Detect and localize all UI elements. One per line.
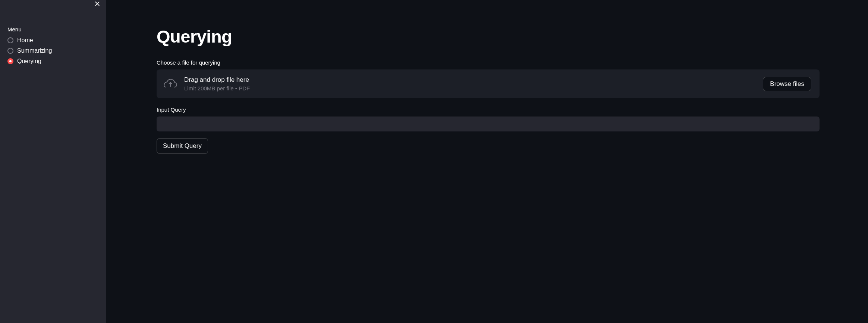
radio-icon — [7, 37, 13, 43]
sidebar-item-label: Querying — [17, 58, 41, 65]
page-title: Querying — [157, 26, 820, 47]
sidebar-item-summarizing[interactable]: Summarizing — [7, 47, 98, 55]
query-input[interactable] — [157, 117, 820, 131]
cloud-upload-icon — [163, 77, 177, 91]
radio-icon — [7, 48, 13, 54]
sidebar: Menu Home Summarizing Querying — [0, 0, 106, 323]
menu-heading: Menu — [7, 26, 98, 32]
sidebar-item-querying[interactable]: Querying — [7, 57, 98, 65]
browse-files-button[interactable]: Browse files — [763, 77, 811, 91]
submit-query-button[interactable]: Submit Query — [157, 138, 208, 154]
uploader-title: Drag and drop file here — [184, 76, 756, 84]
query-input-label: Input Query — [157, 106, 820, 113]
file-uploader-dropzone[interactable]: Drag and drop file here Limit 200MB per … — [157, 69, 820, 98]
close-icon — [94, 3, 101, 8]
menu-radio-group: Home Summarizing Querying — [7, 36, 98, 65]
uploader-subtext: Limit 200MB per file • PDF — [184, 85, 756, 91]
sidebar-item-label: Summarizing — [17, 47, 52, 54]
radio-icon — [7, 58, 13, 64]
close-sidebar-button[interactable] — [92, 0, 102, 9]
sidebar-item-label: Home — [17, 37, 33, 44]
sidebar-item-home[interactable]: Home — [7, 36, 98, 44]
uploader-text-block: Drag and drop file here Limit 200MB per … — [184, 76, 756, 91]
main-content: Querying Choose a file for querying Drag… — [106, 0, 868, 323]
file-upload-label: Choose a file for querying — [157, 59, 820, 66]
